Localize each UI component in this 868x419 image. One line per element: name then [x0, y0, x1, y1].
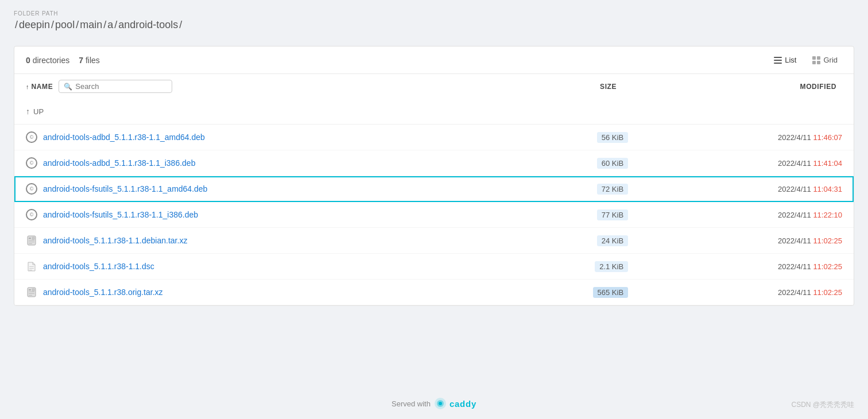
th-modified: MODIFIED [651, 74, 854, 99]
grid-icon [812, 56, 820, 64]
main-container: 0 directories 7 files List [14, 46, 854, 306]
svg-rect-6 [817, 61, 820, 64]
file-modified-cell: 2022/4/11 11:02:25 [651, 280, 854, 305]
folder-path-label: FOLDER PATH [14, 10, 854, 17]
file-size-cell: 56 KiB [489, 125, 651, 150]
modified-time: 11:02:25 [813, 236, 842, 245]
watermark: CSDN @秃秃秃秃哇 [791, 400, 854, 410]
svg-rect-12 [32, 237, 34, 239]
files-count: 7 files [79, 56, 100, 65]
search-box[interactable]: 🔍 [59, 80, 172, 93]
svg-rect-19 [29, 293, 34, 294]
modified-time: 11:46:07 [813, 133, 842, 142]
directories-count: 0 directories [26, 56, 69, 65]
file-link[interactable]: android-tools-fsutils_5.1.1.r38-1.1_i386… [43, 210, 198, 219]
file-name-cell: © android-tools-adbd_5.1.1.r38-1.1_amd64… [14, 125, 489, 150]
file-icon [26, 261, 37, 272]
svg-rect-11 [29, 243, 32, 244]
modified-time: 11:41:04 [813, 159, 842, 168]
grid-view-button[interactable]: Grid [808, 53, 842, 67]
up-row[interactable]: ↑ UP [14, 99, 854, 125]
list-icon [774, 56, 782, 64]
svg-rect-20 [29, 295, 32, 296]
modified-time: 11:22:10 [813, 211, 842, 219]
file-name-cell: android-tools_5.1.1.r38-1.1.debian.tar.x… [14, 228, 489, 254]
svg-rect-5 [812, 61, 816, 64]
size-badge: 565 KiB [593, 287, 629, 298]
th-name: ↑ NAME 🔍 [14, 74, 489, 99]
file-name-cell: android-tools_5.1.1.r38.orig.tar.xz [14, 280, 489, 305]
table-row[interactable]: android-tools_5.1.1.r38-1.1.debian.tar.x… [14, 228, 854, 254]
modified-date: 2022/4/11 [778, 133, 813, 142]
svg-rect-13 [29, 266, 34, 267]
table-row[interactable]: © android-tools-adbd_5.1.1.r38-1.1_i386.… [14, 150, 854, 176]
search-input[interactable] [75, 82, 167, 91]
file-link[interactable]: android-tools_5.1.1.r38-1.1.dsc [43, 262, 154, 271]
caddy-label: caddy [450, 399, 476, 409]
file-modified-cell: 2022/4/11 11:22:10 [651, 202, 854, 228]
deb-icon: © [26, 157, 37, 169]
file-link[interactable]: android-tools-adbd_5.1.1.r38-1.1_i386.de… [43, 158, 195, 168]
table-row[interactable]: android-tools_5.1.1.r38.orig.tar.xz 565 … [14, 280, 854, 305]
svg-rect-8 [29, 238, 31, 239]
deb-icon: © [26, 131, 37, 143]
toolbar: 0 directories 7 files List [14, 46, 854, 74]
caddy-branding: caddy [434, 397, 476, 410]
up-arrow-icon: ↑ [26, 107, 30, 116]
modified-date: 2022/4/11 [778, 262, 813, 271]
served-with-label: Served with [392, 399, 431, 408]
breadcrumb-a[interactable]: a [107, 19, 113, 31]
breadcrumb-pool[interactable]: pool [55, 19, 75, 31]
breadcrumb-main[interactable]: main [80, 19, 102, 31]
file-link[interactable]: android-tools_5.1.1.r38.orig.tar.xz [43, 288, 163, 297]
svg-rect-17 [29, 289, 31, 290]
table-row[interactable]: © android-tools-adbd_5.1.1.r38-1.1_amd64… [14, 125, 854, 150]
size-badge: 2.1 KiB [595, 261, 628, 272]
modified-date: 2022/4/11 [778, 288, 813, 297]
list-view-button[interactable]: List [769, 53, 801, 67]
up-link[interactable]: ↑ UP [26, 107, 842, 116]
file-name-cell: © android-tools-fsutils_5.1.1.r38-1.1_i3… [14, 202, 489, 228]
caddy-logo-icon [434, 397, 447, 410]
size-badge: 24 KiB [597, 235, 628, 246]
toolbar-left: 0 directories 7 files [26, 56, 100, 65]
svg-point-24 [439, 402, 442, 405]
file-link[interactable]: android-tools-adbd_5.1.1.r38-1.1_amd64.d… [43, 133, 205, 142]
table-row[interactable]: © android-tools-fsutils_5.1.1.r38-1.1_i3… [14, 202, 854, 228]
table-row[interactable]: © android-tools-fsutils_5.1.1.r38-1.1_am… [14, 176, 854, 202]
modified-time: 11:02:25 [813, 262, 842, 271]
svg-rect-1 [774, 60, 782, 61]
modified-date: 2022/4/11 [778, 211, 813, 219]
svg-rect-0 [774, 57, 782, 58]
breadcrumb-deepin[interactable]: deepin [19, 19, 50, 31]
deb-icon: © [26, 209, 37, 220]
file-size-cell: 24 KiB [489, 228, 651, 254]
modified-date: 2022/4/11 [778, 185, 813, 193]
size-badge: 72 KiB [597, 184, 628, 195]
breadcrumb-android-tools[interactable]: android-tools [118, 19, 178, 31]
file-link[interactable]: android-tools_5.1.1.r38-1.1.debian.tar.x… [43, 236, 187, 245]
modified-date: 2022/4/11 [778, 236, 813, 245]
file-modified-cell: 2022/4/11 11:46:07 [651, 125, 854, 150]
file-size-cell: 2.1 KiB [489, 254, 651, 280]
file-size-cell: 565 KiB [489, 280, 651, 305]
file-modified-cell: 2022/4/11 11:04:31 [651, 176, 854, 202]
file-name-cell: android-tools_5.1.1.r38-1.1.dsc [14, 254, 489, 280]
footer: Served with caddy [0, 388, 868, 419]
file-size-cell: 72 KiB [489, 176, 651, 202]
file-name-cell: © android-tools-fsutils_5.1.1.r38-1.1_am… [14, 176, 489, 202]
file-link[interactable]: android-tools-fsutils_5.1.1.r38-1.1_amd6… [43, 184, 207, 193]
file-name-cell: © android-tools-adbd_5.1.1.r38-1.1_i386.… [14, 150, 489, 176]
file-table: ↑ NAME 🔍 SIZE MODIFIED [14, 74, 854, 305]
svg-rect-15 [29, 270, 32, 270]
toolbar-right: List Grid [769, 53, 842, 67]
size-badge: 77 KiB [597, 210, 628, 220]
svg-rect-10 [29, 242, 34, 242]
size-badge: 56 KiB [597, 132, 628, 143]
table-row[interactable]: android-tools_5.1.1.r38-1.1.dsc 2.1 KiB … [14, 254, 854, 280]
file-modified-cell: 2022/4/11 11:02:25 [651, 228, 854, 254]
file-size-cell: 77 KiB [489, 202, 651, 228]
file-size-cell: 60 KiB [489, 150, 651, 176]
modified-time: 11:02:25 [813, 288, 842, 297]
size-badge: 60 KiB [597, 158, 628, 169]
